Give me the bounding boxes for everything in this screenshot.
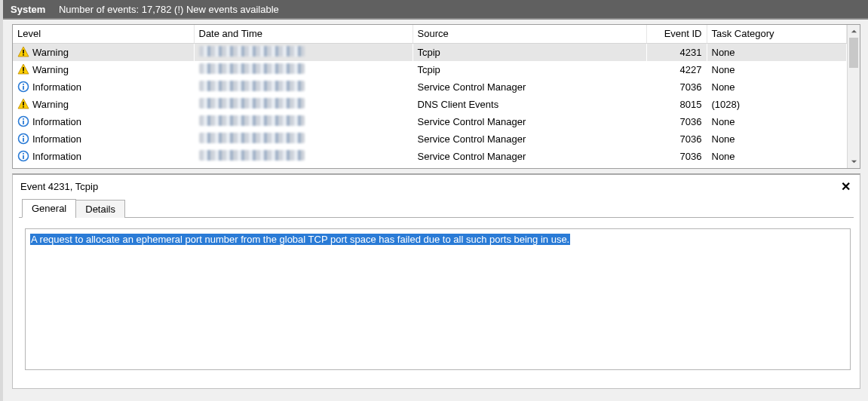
table-row[interactable]: WarningTcpip4231None <box>13 43 847 61</box>
row-datetime <box>194 148 413 165</box>
col-level[interactable]: Level <box>13 25 194 43</box>
warning-icon <box>17 63 29 75</box>
row-level-text: Warning <box>32 64 69 75</box>
redacted-datetime <box>199 115 305 126</box>
scroll-thumb[interactable] <box>849 38 858 68</box>
redacted-datetime <box>199 46 305 57</box>
row-source: Tcpip <box>413 43 646 61</box>
log-header-bar: System Number of events: 17,782 (!) New … <box>3 0 868 20</box>
row-source: Service Control Manager <box>413 78 646 96</box>
log-status-text: Number of events: 17,782 (!) New events … <box>59 4 279 15</box>
information-icon <box>17 115 29 127</box>
row-taskcat: None <box>707 148 847 165</box>
row-datetime <box>194 78 413 96</box>
row-source: Service Control Manager <box>413 130 646 148</box>
table-row[interactable]: InformationService Control Manager7036No… <box>13 113 847 130</box>
row-level-text: Information <box>32 116 81 127</box>
row-level-text: Information <box>32 81 81 93</box>
scroll-up-arrow-icon[interactable] <box>848 25 860 38</box>
redacted-datetime <box>199 81 305 91</box>
row-level-text: Warning <box>32 47 69 58</box>
information-icon <box>17 133 29 145</box>
row-level-text: Information <box>32 133 81 145</box>
row-eventid: 7036 <box>646 113 707 130</box>
row-level-text: Warning <box>32 99 69 110</box>
tab-general[interactable]: General <box>22 199 76 218</box>
event-table: Level Date and Time Source Event ID Task… <box>13 25 847 165</box>
column-header-row[interactable]: Level Date and Time Source Event ID Task… <box>13 25 847 43</box>
row-eventid: 8015 <box>646 96 707 113</box>
row-source: DNS Client Events <box>413 96 646 113</box>
row-datetime <box>194 61 413 78</box>
row-source: Service Control Manager <box>413 113 646 130</box>
redacted-datetime <box>199 133 305 143</box>
row-source: Service Control Manager <box>413 148 646 165</box>
warning-icon <box>17 98 29 110</box>
row-eventid: 7036 <box>646 130 707 148</box>
table-row[interactable]: InformationService Control Manager7036No… <box>13 78 847 96</box>
tab-details[interactable]: Details <box>75 200 125 218</box>
row-taskcat: (1028) <box>707 96 847 113</box>
row-datetime <box>194 43 413 61</box>
log-name: System <box>11 4 45 15</box>
col-source[interactable]: Source <box>413 25 646 43</box>
table-row[interactable]: InformationService Control Manager7036No… <box>13 130 847 148</box>
row-eventid: 4231 <box>646 43 707 61</box>
row-datetime <box>194 113 413 130</box>
row-taskcat: None <box>707 61 847 78</box>
row-source: Tcpip <box>413 61 646 78</box>
redacted-datetime <box>199 98 305 109</box>
event-message-text[interactable]: A request to allocate an ephemeral port … <box>30 234 570 245</box>
event-detail-panel: Event 4231, Tcpip ✕ General Details A re… <box>12 173 860 389</box>
row-taskcat: None <box>707 78 847 96</box>
table-row[interactable]: WarningDNS Client Events8015(1028) <box>13 96 847 113</box>
row-datetime <box>194 96 413 113</box>
row-taskcat: None <box>707 130 847 148</box>
detail-tabs: General Details <box>19 198 854 218</box>
scroll-track[interactable] <box>848 38 860 155</box>
information-icon <box>17 81 29 93</box>
col-taskcat[interactable]: Task Category <box>707 25 847 43</box>
row-eventid: 4227 <box>646 61 707 78</box>
row-level-text: Information <box>32 151 81 162</box>
event-list-scrollbar[interactable] <box>847 25 860 168</box>
redacted-datetime <box>199 63 305 74</box>
row-datetime <box>194 130 413 148</box>
row-eventid: 7036 <box>646 148 707 165</box>
event-message-box[interactable]: A request to allocate an ephemeral port … <box>25 228 851 370</box>
table-row[interactable]: WarningTcpip4227None <box>13 61 847 78</box>
row-taskcat: None <box>707 43 847 61</box>
scroll-down-arrow-icon[interactable] <box>848 155 860 168</box>
event-list-panel: Level Date and Time Source Event ID Task… <box>12 24 860 169</box>
table-row[interactable]: InformationService Control Manager7036No… <box>13 148 847 165</box>
col-eventid[interactable]: Event ID <box>646 25 707 43</box>
col-datetime[interactable]: Date and Time <box>194 25 413 43</box>
information-icon <box>17 150 29 162</box>
row-eventid: 7036 <box>646 78 707 96</box>
event-detail-title: Event 4231, Tcpip <box>20 181 98 192</box>
redacted-datetime <box>199 150 305 161</box>
row-taskcat: None <box>707 113 847 130</box>
warning-icon <box>17 46 29 58</box>
close-icon[interactable]: ✕ <box>838 179 854 194</box>
